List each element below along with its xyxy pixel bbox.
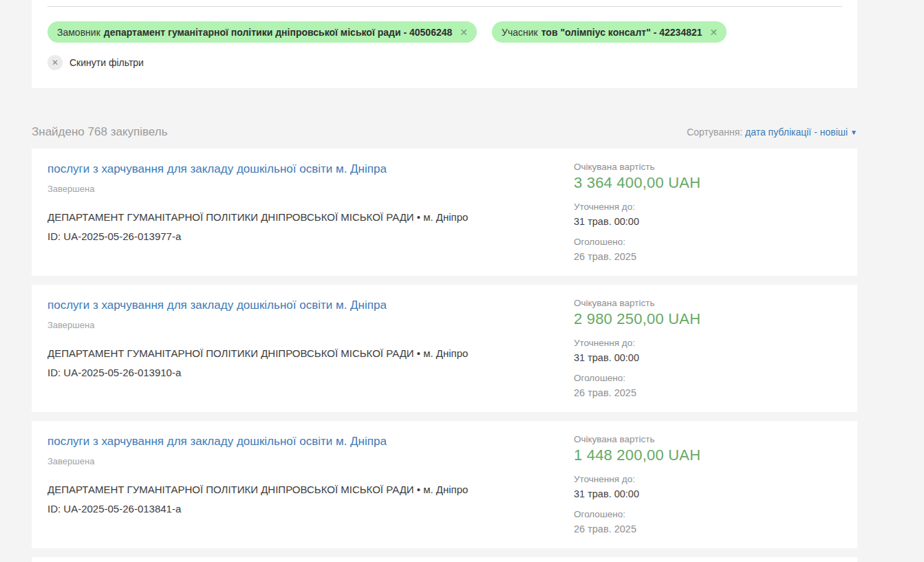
tender-card-main: послуги з харчування для закладу дошкіль… (47, 434, 574, 548)
close-icon[interactable]: ✕ (460, 28, 468, 37)
chip-value: департамент гуманітарної політики дніпро… (104, 27, 453, 38)
announced-date: 26 трав. 2025 (574, 387, 842, 398)
chip-label: Замовник (57, 27, 100, 38)
clarification-label: Уточнення до: (574, 474, 842, 484)
close-icon[interactable]: ✕ (47, 55, 63, 70)
sort-label: Сортування: (687, 127, 742, 138)
expected-value: 2 980 250,00 UAH (574, 310, 842, 328)
filter-chip-participant[interactable]: Учасник тов "олімпіус консалт" - 4223482… (492, 21, 727, 43)
organization-line: ДЕПАРТАМЕНТ ГУМАНІТАРНОЇ ПОЛІТИКИ ДНІПРО… (47, 484, 574, 495)
announced-label: Оголошено: (574, 509, 842, 519)
clarification-date: 31 трав. 00:00 (574, 488, 842, 499)
tender-status: Завершена (47, 320, 574, 330)
filter-chip-customer[interactable]: Замовник департамент гуманітарної політи… (47, 21, 477, 43)
close-icon[interactable]: ✕ (710, 28, 718, 37)
expected-value-label: Очікувана вартість (574, 298, 842, 308)
tender-card-main: послуги з харчування для закладу дошкіль… (47, 298, 574, 412)
organization-line: ДЕПАРТАМЕНТ ГУМАНІТАРНОЇ ПОЛІТИКИ ДНІПРО… (47, 211, 574, 223)
tender-id: ID: UA-2025-05-26-013977-a (47, 230, 574, 242)
chip-value: тов "олімпіус консалт" - 42234821 (541, 27, 702, 38)
expected-value-label: Очікувана вартість (574, 434, 842, 444)
tender-id: ID: UA-2025-05-26-013841-a (47, 503, 574, 515)
tender-card: послуги з харчування для закладу дошкіль… (32, 149, 857, 276)
tender-card-main: послуги з харчування для закладу дошкіль… (47, 162, 574, 276)
organization-line: ДЕПАРТАМЕНТ ГУМАНІТАРНОЇ ПОЛІТИКИ ДНІПРО… (47, 347, 574, 359)
filter-panel: Замовник департамент гуманітарної політи… (32, 0, 857, 88)
clarification-date: 31 трав. 00:00 (574, 216, 842, 227)
chevron-down-icon[interactable]: ▼ (850, 129, 857, 136)
search-results-page: Замовник департамент гуманітарної політи… (0, 0, 924, 562)
filter-divider (47, 6, 842, 7)
tender-title-link[interactable]: послуги з харчування для закладу дошкіль… (47, 434, 387, 449)
tender-title-link[interactable]: послуги з харчування для закладу дошкіль… (47, 162, 387, 177)
expected-value-label: Очікувана вартість (574, 162, 842, 172)
chip-label: Учасник (502, 27, 538, 38)
sort-control: Сортування: дата публікації - новіші▼ (687, 127, 857, 138)
tender-card: послуги з харчування для закладу дошкіль… (32, 285, 857, 412)
announced-label: Оголошено: (574, 237, 842, 247)
filter-chips-row: Замовник департамент гуманітарної політи… (47, 21, 842, 43)
results-header: Знайдено 768 закупівель Сортування: дата… (32, 125, 857, 140)
announced-date: 26 трав. 2025 (574, 523, 842, 534)
clarification-date: 31 трав. 00:00 (574, 352, 842, 363)
content-column: Замовник департамент гуманітарної політи… (32, 0, 857, 562)
expected-value: 1 448 200,00 UAH (574, 446, 842, 464)
tender-card-aside: Очікувана вартість 3 364 400,00 UAH Уточ… (574, 162, 842, 276)
clarification-label: Уточнення до: (574, 202, 842, 212)
tender-card-partial (32, 557, 857, 562)
tender-title-link[interactable]: послуги з харчування для закладу дошкіль… (47, 298, 387, 313)
announced-label: Оголошено: (574, 373, 842, 383)
announced-date: 26 трав. 2025 (574, 251, 842, 262)
tender-card-aside: Очікувана вартість 2 980 250,00 UAH Уточ… (574, 298, 842, 412)
tender-card-aside: Очікувана вартість 1 448 200,00 UAH Уточ… (574, 434, 842, 548)
clarification-label: Уточнення до: (574, 338, 842, 348)
tender-card: послуги з харчування для закладу дошкіль… (32, 421, 857, 548)
reset-filters-label: Скинути фільтри (69, 57, 144, 68)
tender-status: Завершена (47, 456, 574, 466)
sort-dropdown[interactable]: дата публікації - новіші (745, 127, 848, 138)
results-count: Знайдено 768 закупівель (32, 125, 168, 139)
expected-value: 3 364 400,00 UAH (574, 174, 842, 192)
reset-filters-button[interactable]: ✕ Скинути фільтри (47, 55, 842, 70)
tender-id: ID: UA-2025-05-26-013910-a (47, 367, 574, 378)
tender-status: Завершена (47, 184, 574, 194)
